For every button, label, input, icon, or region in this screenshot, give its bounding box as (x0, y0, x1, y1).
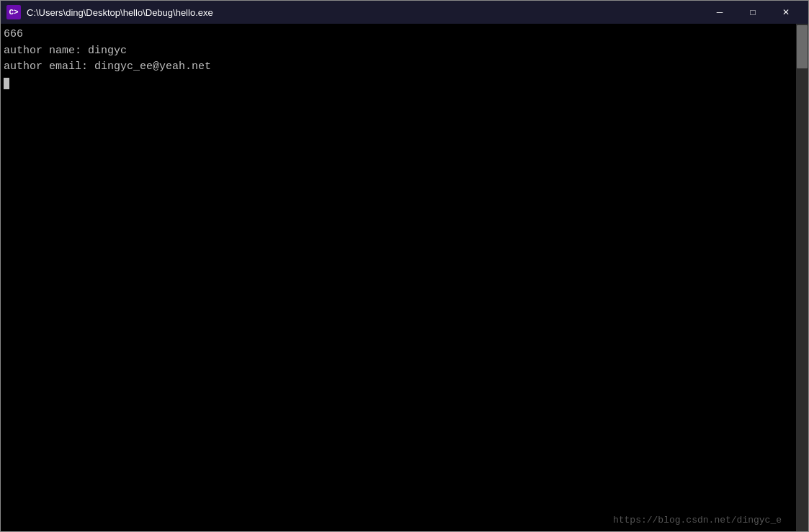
output-line3: author email: dingyc_ee@yeah.net (4, 60, 211, 73)
scrollbar[interactable] (796, 24, 808, 531)
cursor (4, 78, 9, 89)
console-output: 666 author name: dingyc author email: di… (4, 27, 793, 91)
scrollbar-thumb[interactable] (797, 25, 808, 68)
app-icon-text: C> (9, 8, 18, 17)
close-button[interactable]: ✕ (769, 1, 803, 24)
console-area[interactable]: 666 author name: dingyc author email: di… (1, 24, 796, 531)
output-line2: author name: dingyc (4, 45, 127, 57)
output-line1: 666 (4, 28, 23, 40)
window-controls: ─ □ ✕ (703, 1, 803, 24)
window-title: C:\Users\ding\Desktop\hello\Debug\hello.… (27, 7, 703, 18)
console-window: C> C:\Users\ding\Desktop\hello\Debug\hel… (0, 0, 809, 532)
app-icon: C> (6, 5, 21, 19)
maximize-button[interactable]: □ (736, 1, 769, 24)
watermark: https://blog.csdn.net/dingyc_e (613, 515, 782, 526)
window-body: 666 author name: dingyc author email: di… (1, 24, 808, 531)
minimize-button[interactable]: ─ (703, 1, 736, 24)
titlebar: C> C:\Users\ding\Desktop\hello\Debug\hel… (1, 1, 808, 24)
